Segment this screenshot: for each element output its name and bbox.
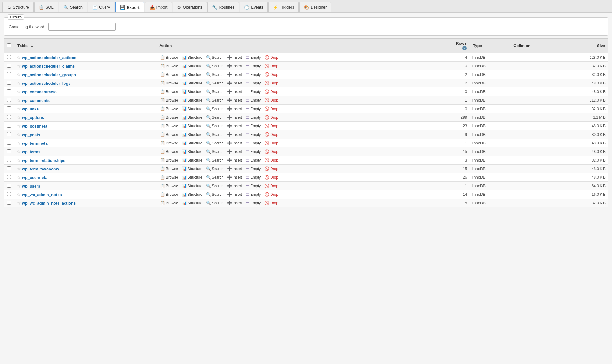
search-button[interactable]: 🔍 Search (205, 63, 225, 69)
table-name-link[interactable]: wp_actionscheduler_actions (22, 55, 76, 60)
drop-button[interactable]: 🚫 Drop (263, 80, 279, 86)
table-name-link[interactable]: wp_commentmeta (22, 90, 57, 94)
search-button[interactable]: 🔍 Search (205, 123, 225, 128)
tab-triggers[interactable]: ⚡ Triggers (268, 2, 299, 12)
browse-button[interactable]: 📋 Browse (159, 89, 179, 94)
empty-button[interactable]: 🗃 Empty (244, 132, 262, 137)
drop-button[interactable]: 🚫 Drop (263, 98, 279, 103)
drop-button[interactable]: 🚫 Drop (263, 192, 279, 197)
empty-button[interactable]: 🗃 Empty (244, 63, 262, 69)
table-column-header[interactable]: Table ▲ (14, 39, 156, 53)
search-button[interactable]: 🔍 Search (205, 166, 225, 171)
search-button[interactable]: 🔍 Search (205, 175, 225, 180)
empty-button[interactable]: 🗃 Empty (244, 72, 262, 77)
row-checkbox[interactable] (7, 141, 11, 145)
search-button[interactable]: 🔍 Search (205, 158, 225, 163)
browse-button[interactable]: 📋 Browse (159, 140, 179, 146)
table-name-link[interactable]: wp_wc_admin_note_actions (22, 201, 76, 206)
row-checkbox[interactable] (7, 175, 11, 179)
structure-button[interactable]: 📊 Structure (181, 98, 204, 103)
insert-button[interactable]: ➕ Insert (226, 106, 243, 111)
favorite-star-icon[interactable]: ☆ (17, 201, 21, 206)
structure-button[interactable]: 📊 Structure (181, 200, 204, 206)
browse-button[interactable]: 📋 Browse (159, 200, 179, 206)
drop-button[interactable]: 🚫 Drop (263, 63, 279, 69)
empty-button[interactable]: 🗃 Empty (244, 80, 262, 86)
drop-button[interactable]: 🚫 Drop (263, 106, 279, 111)
drop-button[interactable]: 🚫 Drop (263, 149, 279, 154)
insert-button[interactable]: ➕ Insert (226, 115, 243, 120)
table-name-link[interactable]: wp_termmeta (22, 141, 48, 146)
browse-button[interactable]: 📋 Browse (159, 80, 179, 86)
favorite-star-icon[interactable]: ☆ (17, 184, 21, 188)
filter-input[interactable] (48, 23, 116, 31)
row-checkbox[interactable] (7, 98, 11, 102)
empty-button[interactable]: 🗃 Empty (244, 149, 262, 154)
table-name-link[interactable]: wp_term_relationships (22, 158, 65, 163)
table-name-link[interactable]: wp_terms (22, 150, 41, 154)
table-name-link[interactable]: wp_actionscheduler_claims (22, 64, 75, 69)
insert-button[interactable]: ➕ Insert (226, 123, 243, 128)
table-name-link[interactable]: wp_links (22, 107, 39, 111)
favorite-star-icon[interactable]: ☆ (17, 81, 21, 86)
browse-button[interactable]: 📋 Browse (159, 55, 179, 60)
structure-button[interactable]: 📊 Structure (181, 63, 204, 69)
favorite-star-icon[interactable]: ☆ (17, 98, 21, 103)
empty-button[interactable]: 🗃 Empty (244, 106, 262, 111)
row-checkbox[interactable] (7, 106, 11, 110)
structure-button[interactable]: 📊 Structure (181, 149, 204, 154)
insert-button[interactable]: ➕ Insert (226, 98, 243, 103)
favorite-star-icon[interactable]: ☆ (17, 141, 21, 146)
empty-button[interactable]: 🗃 Empty (244, 55, 262, 60)
table-name-link[interactable]: wp_posts (22, 132, 40, 137)
browse-button[interactable]: 📋 Browse (159, 72, 179, 77)
tab-query[interactable]: 📄 Query (88, 2, 114, 12)
structure-button[interactable]: 📊 Structure (181, 89, 204, 94)
search-button[interactable]: 🔍 Search (205, 106, 225, 111)
tab-designer[interactable]: 🎨 Designer (299, 2, 331, 12)
structure-button[interactable]: 📊 Structure (181, 140, 204, 146)
table-name-link[interactable]: wp_term_taxonomy (22, 167, 59, 171)
empty-button[interactable]: 🗃 Empty (244, 183, 262, 188)
row-checkbox[interactable] (7, 158, 11, 162)
row-checkbox[interactable] (7, 149, 11, 153)
browse-button[interactable]: 📋 Browse (159, 149, 179, 154)
favorite-star-icon[interactable]: ☆ (17, 89, 21, 94)
search-button[interactable]: 🔍 Search (205, 80, 225, 86)
table-name-link[interactable]: wp_wc_admin_notes (22, 192, 62, 197)
insert-button[interactable]: ➕ Insert (226, 183, 243, 188)
browse-button[interactable]: 📋 Browse (159, 192, 179, 197)
favorite-star-icon[interactable]: ☆ (17, 64, 21, 69)
favorite-star-icon[interactable]: ☆ (17, 55, 21, 60)
insert-button[interactable]: ➕ Insert (226, 55, 243, 60)
table-name-link[interactable]: wp_usermeta (22, 175, 47, 180)
structure-button[interactable]: 📊 Structure (181, 115, 204, 120)
structure-button[interactable]: 📊 Structure (181, 175, 204, 180)
empty-button[interactable]: 🗃 Empty (244, 200, 262, 206)
browse-button[interactable]: 📋 Browse (159, 175, 179, 180)
search-button[interactable]: 🔍 Search (205, 89, 225, 94)
structure-button[interactable]: 📊 Structure (181, 158, 204, 163)
table-name-link[interactable]: wp_options (22, 115, 44, 120)
table-name-link[interactable]: wp_actionscheduler_logs (22, 81, 71, 86)
browse-button[interactable]: 📋 Browse (159, 183, 179, 188)
row-checkbox[interactable] (7, 201, 11, 205)
favorite-star-icon[interactable]: ☆ (17, 124, 21, 128)
search-button[interactable]: 🔍 Search (205, 200, 225, 206)
tab-import[interactable]: 📥 Import (145, 2, 172, 12)
browse-button[interactable]: 📋 Browse (159, 98, 179, 103)
empty-button[interactable]: 🗃 Empty (244, 123, 262, 128)
insert-button[interactable]: ➕ Insert (226, 149, 243, 154)
empty-button[interactable]: 🗃 Empty (244, 140, 262, 146)
row-checkbox[interactable] (7, 72, 11, 76)
search-button[interactable]: 🔍 Search (205, 72, 225, 77)
favorite-star-icon[interactable]: ☆ (17, 166, 21, 171)
search-button[interactable]: 🔍 Search (205, 55, 225, 60)
row-checkbox[interactable] (7, 184, 11, 188)
insert-button[interactable]: ➕ Insert (226, 158, 243, 163)
drop-button[interactable]: 🚫 Drop (263, 158, 279, 163)
browse-button[interactable]: 📋 Browse (159, 123, 179, 128)
favorite-star-icon[interactable]: ☆ (17, 192, 21, 197)
browse-button[interactable]: 📋 Browse (159, 63, 179, 69)
favorite-star-icon[interactable]: ☆ (17, 158, 21, 163)
